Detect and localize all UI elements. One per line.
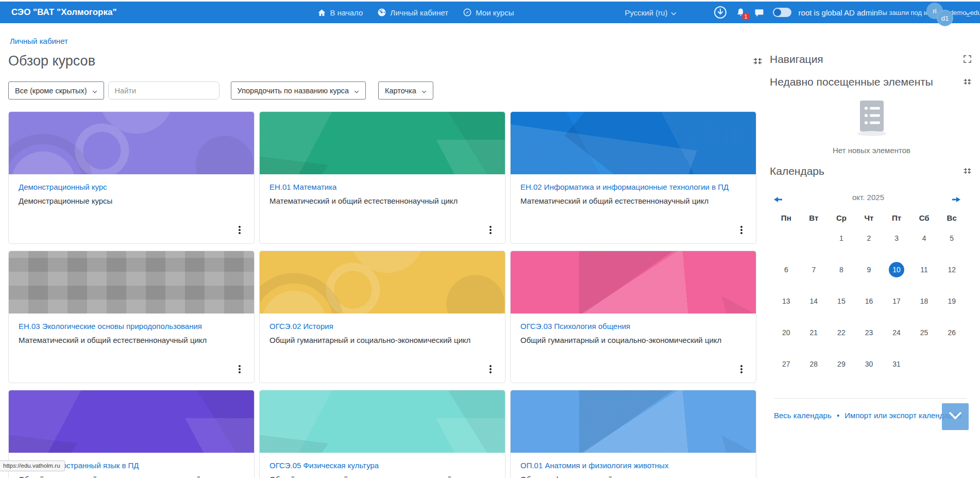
calendar-day[interactable]: 14	[800, 290, 828, 322]
language-label: Русский (ru)	[624, 8, 667, 17]
calendar-day[interactable]: 20	[772, 322, 800, 353]
calendar-day[interactable]: 31	[883, 353, 910, 385]
full-calendar-link[interactable]: Весь календарь	[774, 411, 832, 420]
course-image[interactable]	[260, 112, 505, 174]
course-title-link[interactable]: ОГСЭ.05 Физическая культура	[269, 460, 495, 471]
sort-dropdown[interactable]: Упорядочить по названию курса	[231, 81, 366, 100]
course-image[interactable]	[260, 390, 505, 453]
close-drawer-icon[interactable]	[753, 57, 762, 68]
course-title-link[interactable]: Демонстрационный курс	[19, 182, 244, 192]
navigation-block-title: Навигация	[770, 53, 973, 65]
nav-my-courses-label: Мои курсы	[476, 8, 514, 17]
course-filters: Все (кроме скрытых) Упорядочить по назва…	[8, 81, 433, 100]
course-title-link[interactable]: ОП.01 Анатомия и физиология животных	[520, 460, 746, 471]
calendar-day[interactable]: 16	[855, 290, 883, 322]
calendar-day[interactable]: 13	[772, 290, 800, 322]
course-card: ОГСЭ.02 История Общий гуманитарный и соц…	[259, 251, 505, 383]
calendar-day[interactable]: 7	[800, 259, 828, 290]
grouping-filter-value: Все (кроме скрытых)	[15, 87, 87, 95]
calendar-day[interactable]: 30	[855, 353, 883, 385]
calendar-day[interactable]: 27	[772, 353, 800, 385]
calendar-day	[800, 227, 828, 259]
course-card: ОП.01 Анатомия и физиология животных Общ…	[510, 390, 756, 478]
course-category: Общий гуманитарный и социально-экономиче…	[520, 335, 746, 345]
course-search-input[interactable]	[108, 81, 219, 100]
user-menu-chevron-icon[interactable]	[965, 8, 971, 18]
calendar-day[interactable]: 9	[855, 259, 883, 290]
scroll-down-button[interactable]	[942, 403, 969, 430]
notifications-button[interactable]: 1	[736, 7, 746, 18]
course-image[interactable]	[260, 251, 505, 314]
calendar-day[interactable]: 29	[827, 353, 855, 385]
calendar-day[interactable]: 23	[855, 322, 883, 353]
breadcrumb[interactable]: Личный кабинет	[10, 37, 68, 45]
nav-dashboard[interactable]: Личный кабинет	[377, 8, 448, 17]
calendar-nav: окт. 2025	[770, 193, 967, 206]
calendar-day[interactable]: 19	[938, 290, 966, 322]
display-dropdown[interactable]: Карточка	[378, 81, 433, 100]
recent-items-block: Недавно посещенные элементы Нет новых эл…	[770, 76, 973, 155]
course-title-link[interactable]: ОГСЭ.03 Психология общения	[520, 321, 746, 332]
nav-my-courses[interactable]: Мои курсы	[463, 8, 514, 17]
calendar-day[interactable]: 26	[938, 322, 966, 353]
calendar-day[interactable]: 22	[827, 322, 855, 353]
prev-month-button[interactable]	[774, 195, 782, 204]
calendar-day[interactable]: 24	[883, 322, 910, 353]
course-actions-menu[interactable]	[738, 362, 745, 376]
chevron-down-icon	[92, 87, 97, 95]
course-card: ЕН.01 Математика Математический и общий …	[259, 111, 505, 244]
user-menu[interactable]: ri d1	[926, 3, 958, 25]
calendar-day[interactable]: 28	[800, 353, 828, 385]
calendar-day[interactable]: 6	[772, 259, 800, 290]
calendar-day[interactable]: 21	[800, 322, 828, 353]
calendar-day[interactable]: 5	[938, 227, 966, 259]
course-image[interactable]	[511, 390, 756, 453]
course-title-link[interactable]: ЕН.01 Математика	[269, 182, 495, 192]
expand-icon[interactable]	[964, 55, 971, 65]
course-actions-menu[interactable]	[236, 362, 243, 376]
course-actions-menu[interactable]	[738, 223, 745, 237]
course-card-body: ОГСЭ.02 История Общий гуманитарный и соц…	[260, 314, 505, 345]
course-category: Математический и общий естественнонаучны…	[520, 196, 746, 206]
calendar-day[interactable]: 25	[910, 322, 938, 353]
course-image[interactable]	[9, 251, 254, 314]
course-title-link[interactable]: ЕН.03 Экологические основы природопользо…	[19, 321, 244, 332]
edit-mode-toggle[interactable]	[773, 8, 791, 17]
course-image[interactable]	[9, 112, 254, 174]
messages-button[interactable]	[754, 8, 764, 18]
grouping-filter-dropdown[interactable]: Все (кроме скрытых)	[8, 81, 104, 100]
next-month-button[interactable]	[952, 195, 960, 204]
course-card-body: ЕН.03 Экологические основы природопользо…	[9, 314, 254, 345]
course-card-body: ОП.01 Анатомия и физиология животных Общ…	[511, 453, 756, 478]
calendar-month-label[interactable]: окт. 2025	[770, 193, 967, 202]
calendar-table: ПнВтСрЧтПтСбВс 1234567891011121314151617…	[772, 210, 966, 385]
course-card-body: ОГСЭ.03 Психология общения Общий гуманит…	[511, 314, 756, 345]
calendar-day[interactable]: 3	[883, 227, 910, 259]
weekday-header: Вс	[938, 210, 966, 227]
calendar-day[interactable]: 4	[910, 227, 938, 259]
collapse-icon[interactable]	[964, 78, 971, 88]
calendar-day[interactable]: 2	[855, 227, 883, 259]
calendar-day[interactable]: 11	[910, 259, 938, 290]
course-actions-menu[interactable]	[236, 223, 243, 237]
calendar-day[interactable]: 1	[827, 227, 855, 259]
course-title-link[interactable]: ОГСЭ.02 История	[269, 321, 495, 332]
download-button[interactable]	[714, 6, 727, 19]
nav-home[interactable]: В начало	[317, 8, 363, 17]
course-image[interactable]	[511, 112, 756, 174]
course-actions-menu[interactable]	[487, 362, 494, 376]
course-actions-menu[interactable]	[487, 223, 494, 237]
collapse-icon[interactable]	[964, 167, 971, 177]
language-menu[interactable]: Русский (ru)	[624, 8, 676, 17]
calendar-day[interactable]: 18	[910, 290, 938, 322]
calendar-day[interactable]: 17	[883, 290, 910, 322]
course-title-link[interactable]: ЕН.02 Информатика и информационные техно…	[520, 182, 746, 192]
course-image[interactable]	[511, 251, 756, 314]
course-card: ОГСЭ.03 Психология общения Общий гуманит…	[510, 251, 756, 383]
calendar-day[interactable]: 12	[938, 259, 966, 290]
calendar-day[interactable]: 15	[827, 290, 855, 322]
calendar-day[interactable]: 8	[827, 259, 855, 290]
course-image[interactable]	[9, 390, 254, 453]
calendar-day-today[interactable]: 10	[883, 259, 910, 290]
course-grid: Демонстрационный курс Демонстрационные к…	[8, 111, 758, 478]
